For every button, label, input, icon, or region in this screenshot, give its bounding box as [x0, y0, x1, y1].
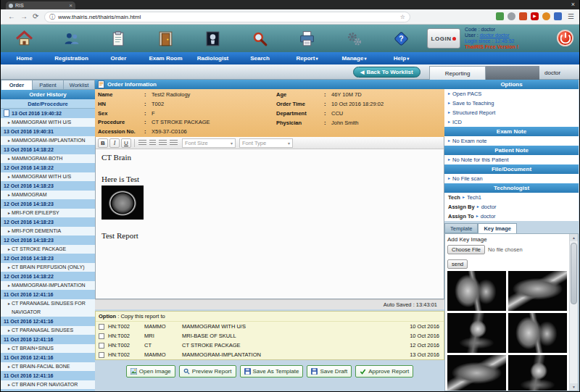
back-to-worklist-button[interactable]: ◀Back To Worklist — [353, 67, 420, 78]
embedded-ct-image[interactable] — [102, 185, 144, 220]
key-image-thumbnail[interactable] — [447, 271, 506, 311]
order-history-row[interactable]: ▸ MRI-FOR EPILEPSY — [1, 209, 95, 217]
key-image-thumbnail[interactable] — [447, 313, 506, 353]
scroll-down-icon[interactable]: ▼ — [570, 383, 578, 391]
scrollbar-thumb[interactable] — [571, 243, 577, 304]
key-image-thumbnail[interactable] — [508, 355, 567, 391]
order-history-row[interactable]: ▸ 11 Oct 2016 12:41:16 — [1, 290, 95, 299]
exam-note-item[interactable]: ▸ No Exam note — [444, 136, 579, 146]
copy-checkbox[interactable] — [99, 343, 104, 349]
order-history-row[interactable]: ▸ 12 Oct 2016 14:18:22 — [1, 163, 95, 172]
order-history-row[interactable]: ▸ MAMMOGRAM-IMPLANTATION — [1, 281, 95, 290]
exam-room-button[interactable] — [142, 25, 189, 52]
menu-radiologist[interactable]: Radiologist — [189, 52, 236, 64]
copy-checkbox[interactable] — [99, 352, 104, 358]
send-button[interactable]: send — [447, 259, 468, 269]
copy-checkbox[interactable] — [99, 324, 104, 330]
key-image-thumbnail[interactable] — [508, 271, 567, 311]
order-history-row[interactable]: ▸ 12 Oct 2016 14:18:23 — [1, 181, 95, 191]
order-history-row[interactable]: ▸ CT BRAIN-FACIAL BONE — [1, 362, 95, 371]
window-close-button[interactable]: × — [571, 0, 575, 9]
align-left-icon[interactable] — [138, 140, 146, 146]
tab-template[interactable]: Template — [444, 223, 478, 233]
menu-manage[interactable]: Manage▾ — [331, 52, 378, 64]
site-info-icon[interactable]: ⓘ — [49, 13, 55, 21]
logout-power-button[interactable] — [557, 30, 573, 46]
refresh-icon[interactable]: ⟳ — [33, 12, 38, 22]
menu-help[interactable]: Help▾ — [378, 52, 425, 64]
key-image-thumbnail[interactable] — [447, 355, 506, 391]
options-item[interactable]: ▸ ICD — [444, 117, 579, 127]
align-right-icon[interactable] — [159, 140, 167, 146]
order-history-row[interactable]: ▸ CT BRAIN FOR NAVIGATOR — [1, 380, 95, 389]
forward-nav-icon[interactable]: → — [20, 12, 28, 22]
order-history-row[interactable]: ▸ CT BRAIN PERFUSION (ONLY) — [1, 263, 95, 272]
extension-icon-red[interactable] — [519, 12, 527, 20]
font-size-select[interactable]: Font Size▾ — [182, 138, 236, 148]
menu-exam-room[interactable]: Exam Room — [142, 52, 189, 64]
options-item[interactable]: ▸ Save to Teaching — [444, 99, 579, 108]
menu-order[interactable]: Order — [95, 52, 142, 64]
order-history-row[interactable]: ▸ 11 Oct 2016 12:41:16 — [1, 371, 95, 380]
tab-patient[interactable]: Patient — [33, 80, 64, 90]
radiologist-button[interactable] — [189, 25, 236, 52]
order-history-row[interactable]: ▸ 12 Oct 2016 14:18:22 — [1, 272, 95, 281]
tab-reporting[interactable]: Reporting — [429, 66, 486, 80]
order-history-row[interactable]: ▸ 13 Oct 2016 19:40:31 — [1, 127, 95, 136]
help-button[interactable]: ? — [378, 25, 425, 52]
order-history-row[interactable]: ▸ MAMMOGRAM-IMPLANTATION — [1, 136, 95, 145]
extension-icon-gray[interactable] — [508, 12, 515, 20]
open-image-button[interactable]: Open Image — [126, 365, 175, 378]
tab-order[interactable]: Order — [1, 80, 33, 90]
order-history-row[interactable]: ▸ MAMMOGRAM-BOTH — [1, 154, 95, 163]
menu-registration[interactable]: Registration — [48, 52, 95, 64]
options-item[interactable]: ▸ Structured Report — [444, 108, 579, 117]
bookmark-star-icon[interactable]: ☆ — [400, 14, 405, 20]
patient-note-item[interactable]: ▸ No Note for this Patient — [444, 155, 579, 164]
order-history-row[interactable]: ▸ 12 Oct 2016 14:18:23 — [1, 217, 95, 227]
order-history-row[interactable]: ▸ 12 Oct 2016 14:18:23 — [1, 235, 95, 245]
report-button[interactable] — [283, 25, 331, 52]
bold-button[interactable]: B — [98, 138, 108, 148]
extension-icon-blue[interactable] — [554, 12, 562, 20]
order-history-row[interactable]: ▸ MAMMOGRAM WITH U/S — [1, 118, 95, 127]
manage-button[interactable] — [331, 25, 378, 52]
order-history-row[interactable]: ▸ 13 Oct 2016 19:40:32 — [1, 109, 95, 118]
save-draft-button[interactable]: Save Draft — [307, 365, 352, 378]
extension-icon-green[interactable] — [496, 12, 504, 20]
underline-button[interactable]: U — [121, 138, 131, 148]
inactive-tab[interactable] — [486, 66, 539, 80]
order-history-row[interactable]: ▸ 12 Oct 2016 14:18:23 — [1, 254, 95, 263]
approve-report-button[interactable]: Approve Report — [355, 365, 413, 378]
search-button[interactable] — [236, 25, 283, 52]
key-image-thumbnail[interactable] — [508, 313, 567, 353]
technologist-row[interactable]: Tech ▸ Tech1 — [444, 193, 579, 202]
key-image-scrollbar[interactable]: ▲ ▼ — [569, 234, 578, 391]
browser-tab[interactable]: RIS × — [6, 1, 75, 9]
browser-menu-icon[interactable]: ☰ — [568, 12, 574, 22]
italic-button[interactable]: I — [109, 138, 120, 148]
scroll-up-icon[interactable]: ▲ — [570, 234, 578, 241]
save-as-template-button[interactable]: Save As Template — [240, 365, 304, 378]
order-history-row[interactable]: ▸ 11 Oct 2016 12:41:16 — [1, 389, 95, 391]
options-item[interactable]: ▸ Open PACS — [444, 89, 579, 99]
menu-home[interactable]: Home — [1, 52, 48, 64]
preview-report-button[interactable]: Preview Report — [179, 365, 236, 378]
order-history-row[interactable]: ▸ MAMMOGRAM WITH U/S — [1, 172, 95, 181]
registration-button[interactable] — [48, 25, 95, 52]
address-bar[interactable]: ⓘ www.thairis.net/thairis/main.html ☆ — [44, 12, 410, 22]
order-history-row[interactable]: ▸ 11 Oct 2016 12:41:16 — [1, 335, 95, 344]
report-text-area[interactable]: CT Brain Here is Test Test Report — [96, 149, 444, 299]
order-button[interactable] — [95, 25, 142, 52]
file-document-item[interactable]: ▸ No File scan — [444, 174, 579, 183]
technologist-row[interactable]: Assign By ▸ doctor — [444, 202, 579, 212]
order-history-row[interactable]: ▸ 12 Oct 2016 14:18:23 — [1, 199, 95, 209]
font-type-select[interactable]: Font Type▾ — [239, 138, 293, 148]
order-history-row[interactable]: ▸ MAMMOGRAM — [1, 191, 95, 199]
align-justify-icon[interactable] — [170, 140, 178, 146]
tab-close-icon[interactable]: × — [69, 1, 72, 9]
user-link[interactable]: doctor doctor — [480, 33, 510, 38]
order-history-row[interactable]: ▸ MRI-FOR DEMENTIA — [1, 227, 95, 235]
align-center-icon[interactable] — [149, 140, 156, 146]
back-nav-icon[interactable]: ← — [8, 12, 15, 22]
